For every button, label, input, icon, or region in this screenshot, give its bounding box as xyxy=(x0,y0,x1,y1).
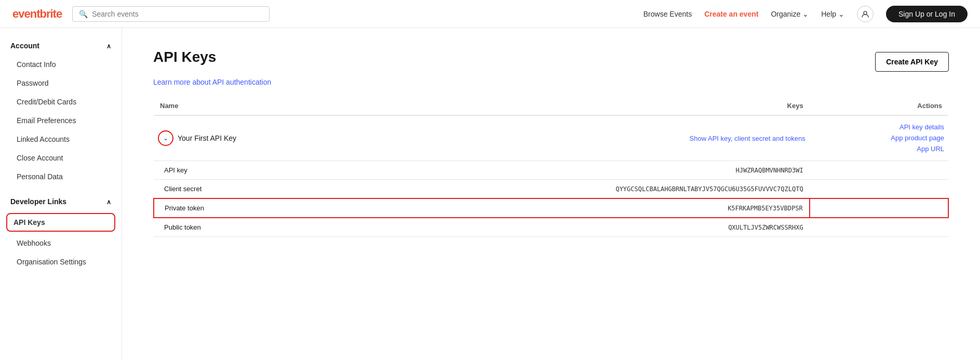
developer-section-label: Developer Links xyxy=(10,197,66,206)
public-token-label: Public token xyxy=(154,218,350,237)
client-secret-value: QYYGCSQLCBALAHGBRNLTABYJV57QGCU6U35G5FUV… xyxy=(350,180,810,199)
main-content: API Keys Create API Key Learn more about… xyxy=(122,28,980,360)
signup-login-button[interactable]: Sign Up or Log In xyxy=(886,6,968,22)
sidebar-item-personal-data[interactable]: Personal Data xyxy=(0,167,122,186)
table-row-client-secret: Client secret QYYGCSQLCBALAHGBRNLTABYJV5… xyxy=(154,180,948,199)
help-menu[interactable]: Help ⌄ xyxy=(821,10,844,18)
app-product-page-link[interactable]: App product page xyxy=(814,133,944,144)
client-secret-label: Client secret xyxy=(154,180,350,199)
user-icon[interactable] xyxy=(857,6,874,22)
logo[interactable]: eventbrite xyxy=(12,7,62,21)
search-input[interactable] xyxy=(92,10,263,18)
organize-chevron-icon: ⌄ xyxy=(802,10,809,18)
expand-key-button[interactable]: ⌄ xyxy=(158,130,173,146)
page-title: API Keys xyxy=(153,49,949,65)
api-key-value: HJWZRAQBMVNHNRD3WI xyxy=(350,161,810,180)
account-section-chevron xyxy=(106,42,111,50)
public-token-value: QXULTLJV5ZWRCWSSRHXG xyxy=(350,218,810,237)
nav-right: Browse Events Create an event Organize ⌄… xyxy=(643,6,968,22)
col-header-keys: Keys xyxy=(350,97,810,115)
top-navigation: eventbrite 🔍 Browse Events Create an eve… xyxy=(0,0,980,28)
private-token-value: K5FRKAPMB5EY35VBDPSR xyxy=(350,198,810,218)
col-header-name: Name xyxy=(154,97,350,115)
table-row-public-token: Public token QXULTLJV5ZWRCWSSRHXG xyxy=(154,218,948,237)
organize-menu[interactable]: Organize ⌄ xyxy=(771,10,809,18)
help-label: Help xyxy=(821,10,836,18)
api-key-label: API key xyxy=(154,161,350,180)
api-keys-table: Name Keys Actions ⌄ Your Firs xyxy=(153,97,949,237)
sidebar: Account Contact Info Password Credit/Deb… xyxy=(0,28,122,360)
account-section-label: Account xyxy=(10,42,39,50)
sidebar-section-developer[interactable]: Developer Links xyxy=(0,192,122,211)
svg-point-0 xyxy=(864,11,867,15)
sidebar-item-linked-accounts[interactable]: Linked Accounts xyxy=(0,130,122,149)
api-keys-table-wrapper: Name Keys Actions ⌄ Your Firs xyxy=(153,97,949,237)
private-token-label: Private token xyxy=(154,198,350,218)
action-links-cell: API key details App product page App URL xyxy=(810,115,948,161)
table-row-private-token: Private token K5FRKAPMB5EY35VBDPSR xyxy=(154,198,948,218)
api-key-details-link[interactable]: API key details xyxy=(814,122,944,133)
create-event-link[interactable]: Create an event xyxy=(704,10,758,18)
sidebar-item-org-settings[interactable]: Organisation Settings xyxy=(0,252,122,271)
sidebar-section-account[interactable]: Account xyxy=(0,36,122,55)
organize-label: Organize xyxy=(771,10,800,18)
sidebar-item-credit-cards[interactable]: Credit/Debit Cards xyxy=(0,92,122,111)
main-layout: Account Contact Info Password Credit/Deb… xyxy=(0,28,980,360)
show-keys-link[interactable]: Show API key, client secret and tokens xyxy=(690,135,806,142)
search-bar[interactable]: 🔍 xyxy=(72,6,270,22)
search-icon: 🔍 xyxy=(79,10,88,18)
create-api-key-button[interactable]: Create API Key xyxy=(875,52,949,72)
table-row-api-key: API key HJWZRAQBMVNHNRD3WI xyxy=(154,161,948,180)
api-key-name-label: Your First API Key xyxy=(178,134,236,142)
sidebar-item-webhooks[interactable]: Webhooks xyxy=(0,234,122,252)
help-chevron-icon: ⌄ xyxy=(838,10,844,18)
app-url-link[interactable]: App URL xyxy=(814,144,944,155)
chevron-down-icon: ⌄ xyxy=(163,135,168,142)
sidebar-item-close-account[interactable]: Close Account xyxy=(0,149,122,167)
developer-section-chevron xyxy=(106,197,111,206)
table-row-api-key-name: ⌄ Your First API Key Show API key, clien… xyxy=(154,115,948,161)
col-header-actions: Actions xyxy=(810,97,948,115)
browse-events-link[interactable]: Browse Events xyxy=(643,10,692,18)
sidebar-item-api-keys[interactable]: API Keys xyxy=(6,213,115,232)
sidebar-item-password[interactable]: Password xyxy=(0,74,122,92)
sidebar-item-contact-info[interactable]: Contact Info xyxy=(0,55,122,74)
learn-more-link[interactable]: Learn more about API authentication xyxy=(153,78,949,86)
sidebar-item-email-prefs[interactable]: Email Preferences xyxy=(0,111,122,130)
